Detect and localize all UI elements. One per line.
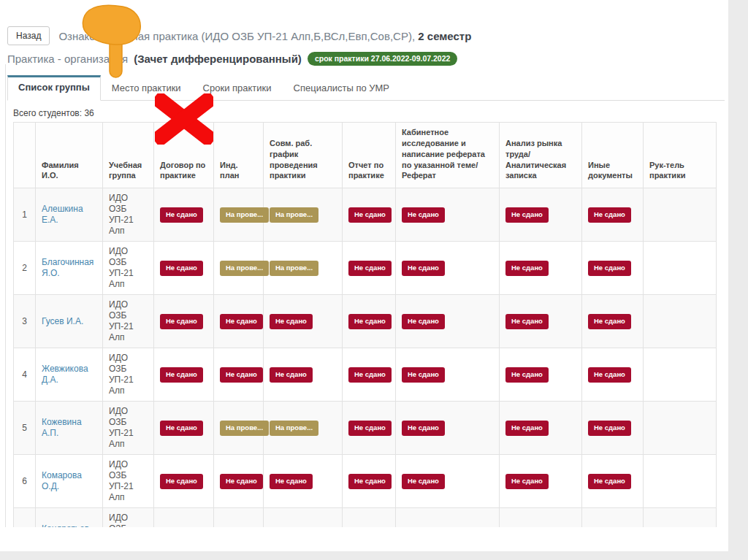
column-header: Учебная группа bbox=[103, 123, 154, 188]
status-badge-not-submitted[interactable]: Не сдано bbox=[348, 421, 392, 436]
student-name-link[interactable]: Комарова О.Д. bbox=[42, 470, 82, 491]
status-cell: Не сдано bbox=[500, 242, 582, 295]
status-badge-not-submitted[interactable]: Не сдано bbox=[402, 261, 445, 276]
status-badge-not-submitted[interactable]: Не сдано bbox=[160, 367, 203, 383]
student-group-cell: ИДО ОЗБ УП-21 Алп bbox=[103, 242, 154, 295]
status-cell: Не сдано bbox=[343, 455, 396, 508]
status-cell: Не сдано bbox=[500, 188, 582, 242]
status-cell: Не сдано bbox=[396, 348, 500, 402]
status-badge-not-submitted[interactable]: Не сдано bbox=[348, 207, 392, 223]
app-screenshot: Назад Ознакомительная практика (ИДО ОЗБ … bbox=[0, 0, 728, 527]
table-row: 6Комарова О.Д.ИДО ОЗБ УП-21 АлпНе сданоН… bbox=[14, 455, 717, 508]
status-badge-in-review[interactable]: На прове... bbox=[220, 207, 269, 223]
status-cell: Не сдано bbox=[343, 348, 396, 402]
status-badge-not-submitted[interactable]: Не сдано bbox=[160, 421, 203, 436]
status-badge-not-submitted[interactable]: Не сдано bbox=[505, 474, 549, 489]
status-badge-not-submitted[interactable]: Не сдано bbox=[160, 261, 203, 276]
student-group-cell: ИДО ОЗБ УП-21 Алп bbox=[103, 348, 154, 402]
status-badge-not-submitted[interactable]: Не сдано bbox=[270, 314, 313, 329]
status-badge-in-review[interactable]: На прове... bbox=[270, 207, 318, 223]
student-group-cell: ИДО ОЗБ УП-21 Алп bbox=[103, 402, 154, 455]
student-name-link[interactable]: Жевжикова Д.А. bbox=[42, 364, 88, 385]
status-badge-not-submitted[interactable]: Не сдано bbox=[402, 421, 445, 436]
row-number: 4 bbox=[14, 348, 36, 402]
status-cell: Не сдано bbox=[500, 402, 582, 455]
column-header: Рук-тель практики bbox=[644, 123, 717, 188]
row-number: 7 bbox=[14, 508, 36, 527]
status-badge-not-submitted[interactable]: Не сдано bbox=[588, 261, 631, 276]
status-cell: На прове... bbox=[264, 402, 343, 455]
status-badge-not-submitted[interactable]: Не сдано bbox=[505, 367, 549, 383]
tab-umr-specialists[interactable]: Специалисты по УМР bbox=[283, 75, 401, 101]
status-badge-not-submitted[interactable]: Не сдано bbox=[270, 474, 313, 489]
status-badge-not-submitted[interactable]: Не сдано bbox=[588, 474, 631, 489]
tab-practice-dates[interactable]: Сроки практики bbox=[192, 75, 283, 101]
status-badge-not-submitted[interactable]: Не сдано bbox=[402, 474, 445, 489]
student-name-link[interactable]: Благочинная Я.О. bbox=[42, 257, 94, 278]
status-badge-not-submitted[interactable]: Не сдано bbox=[160, 207, 203, 223]
column-header: Кабинетное исследование и написание рефе… bbox=[396, 123, 500, 188]
status-badge-in-review[interactable]: На прове... bbox=[220, 261, 269, 276]
status-badge-not-submitted[interactable]: Не сдано bbox=[588, 207, 631, 223]
status-badge-not-submitted[interactable]: Не сдано bbox=[348, 474, 392, 489]
status-cell: Не сдано bbox=[343, 242, 396, 295]
status-badge-not-submitted[interactable]: Не сдано bbox=[588, 421, 631, 436]
status-badge-not-submitted[interactable]: Не сдано bbox=[505, 421, 549, 436]
row-number: 1 bbox=[14, 188, 36, 242]
status-cell: Не сдано bbox=[396, 508, 500, 527]
student-group-cell: ИДО ОЗБ УП-21 Алп bbox=[103, 455, 154, 508]
status-cell: Не сдано bbox=[500, 348, 582, 402]
status-badge-not-submitted[interactable]: Не сдано bbox=[270, 367, 313, 383]
status-cell: На прове... bbox=[264, 508, 343, 527]
column-header: Отчет по практике bbox=[343, 123, 396, 188]
student-name-cell: Жевжикова Д.А. bbox=[36, 348, 103, 402]
status-badge-not-submitted[interactable]: Не сдано bbox=[505, 314, 549, 329]
student-name-cell: Благочинная Я.О. bbox=[36, 242, 103, 295]
tab-group-list[interactable]: Список группы bbox=[7, 75, 101, 101]
table-row: 4Жевжикова Д.А.ИДО ОЗБ УП-21 АлпНе сдано… bbox=[14, 348, 717, 402]
student-name-link[interactable]: Гусев И.А. bbox=[42, 316, 83, 326]
status-badge-not-submitted[interactable]: Не сдано bbox=[505, 261, 549, 276]
status-badge-not-submitted[interactable]: Не сдано bbox=[588, 314, 631, 329]
students-table: Фамилия И.О.Учебная группаДоговор по пра… bbox=[13, 122, 717, 527]
table-row: 7Кондратьев Н.А.ИДО ОЗБ УП-21 АлпНа пров… bbox=[14, 508, 717, 527]
student-name-link[interactable]: Алешкина Е.А. bbox=[42, 204, 83, 225]
status-badge-not-submitted[interactable]: Не сдано bbox=[220, 367, 263, 383]
status-badge-not-submitted[interactable]: Не сдано bbox=[505, 207, 549, 223]
status-cell: На прове... bbox=[214, 402, 264, 455]
slide-background: Назад Ознакомительная практика (ИДО ОЗБ … bbox=[0, 0, 728, 551]
status-badge-not-submitted[interactable]: Не сдано bbox=[160, 314, 203, 329]
status-badge-not-submitted[interactable]: Не сдано bbox=[402, 367, 445, 383]
status-badge-not-submitted[interactable]: Не сдано bbox=[160, 474, 203, 489]
student-group-cell: ИДО ОЗБ УП-21 Алп bbox=[103, 508, 154, 527]
status-cell: Не сдано bbox=[582, 348, 644, 402]
status-badge-not-submitted[interactable]: Не сдано bbox=[348, 367, 392, 383]
student-name-cell: Гусев И.А. bbox=[36, 295, 103, 348]
status-cell: Не сдано bbox=[343, 295, 396, 348]
status-badge-in-review[interactable]: На прове... bbox=[270, 421, 318, 436]
status-badge-not-submitted[interactable]: Не сдано bbox=[402, 314, 445, 329]
status-badge-not-submitted[interactable]: Не сдано bbox=[348, 314, 392, 329]
status-badge-not-submitted[interactable]: Не сдано bbox=[402, 207, 445, 223]
column-header bbox=[14, 123, 36, 188]
status-cell: На прове... bbox=[214, 242, 264, 295]
status-cell: Не сдано bbox=[582, 508, 644, 527]
table-header-row: Фамилия И.О.Учебная группаДоговор по пра… bbox=[14, 123, 717, 188]
row-number: 2 bbox=[14, 242, 36, 295]
subtitle-grading-type: (Зачет дифференцированный) bbox=[134, 53, 302, 65]
status-badge-not-submitted[interactable]: Не сдано bbox=[220, 474, 263, 489]
status-badge-in-review[interactable]: На прове... bbox=[270, 261, 318, 276]
student-name-link[interactable]: Кондратьев Н.А. bbox=[42, 523, 89, 527]
tab-practice-place[interactable]: Место практики bbox=[101, 75, 192, 101]
student-name-link[interactable]: Кожевина А.П. bbox=[42, 417, 82, 438]
status-badge-not-submitted[interactable]: Не сдано bbox=[220, 314, 263, 329]
status-cell: Не сдано bbox=[500, 455, 582, 508]
status-cell: Не сдано bbox=[396, 242, 500, 295]
status-badge-not-submitted[interactable]: Не сдано bbox=[588, 367, 631, 383]
status-badge-in-review[interactable]: На прове... bbox=[220, 421, 269, 436]
status-cell: Не сдано bbox=[396, 295, 500, 348]
back-button[interactable]: Назад bbox=[7, 26, 50, 45]
status-badge-not-submitted[interactable]: Не сдано bbox=[348, 261, 392, 276]
status-cell: Не сдано bbox=[343, 188, 396, 242]
status-cell: Не сдано bbox=[154, 348, 214, 402]
